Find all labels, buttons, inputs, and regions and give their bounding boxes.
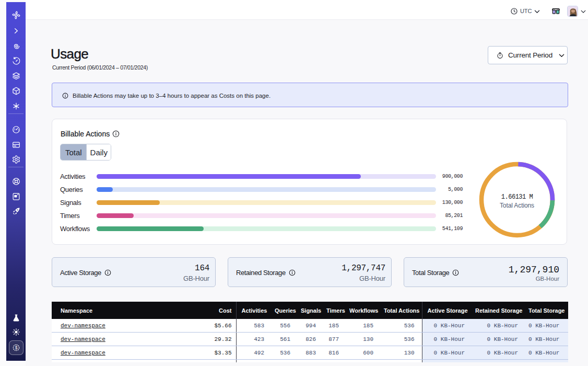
- svg-text:$: $: [15, 345, 17, 350]
